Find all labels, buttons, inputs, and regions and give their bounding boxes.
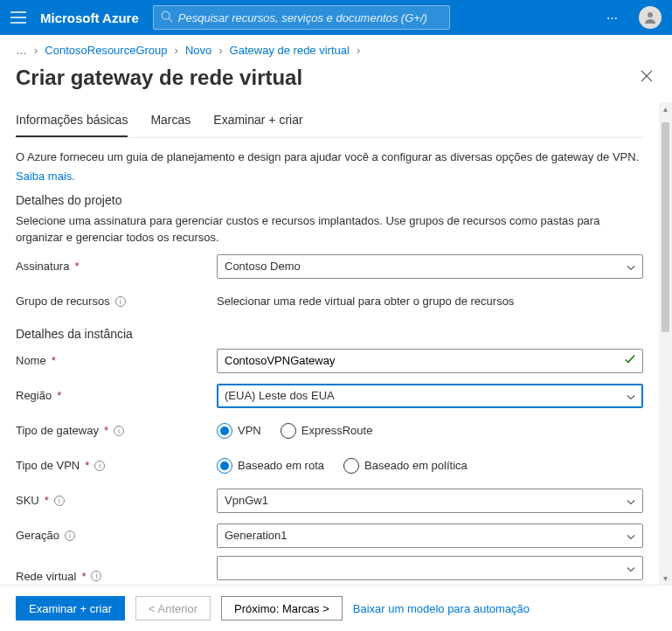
- scroll-up-icon[interactable]: ▴: [663, 104, 668, 114]
- chevron-right-icon: ›: [357, 44, 360, 57]
- more-icon[interactable]: ⋯: [606, 11, 625, 24]
- breadcrumb-item[interactable]: Novo: [185, 44, 211, 57]
- generation-select[interactable]: Generation1: [217, 524, 643, 548]
- subscription-label: Assinatura: [16, 260, 69, 273]
- region-label: Região: [16, 389, 52, 402]
- top-header: Microsoft Azure ⋯: [0, 0, 672, 35]
- breadcrumb-item[interactable]: ContosoResourceGroup: [45, 44, 167, 57]
- sku-label: SKU: [16, 494, 39, 507]
- menu-icon[interactable]: [10, 11, 26, 24]
- search-input[interactable]: [178, 11, 442, 24]
- page-title: Criar gateway de rede virtual: [16, 66, 302, 90]
- region-select[interactable]: (EUA) Leste dos EUA: [217, 384, 643, 408]
- breadcrumb-dots[interactable]: …: [16, 44, 27, 57]
- info-icon[interactable]: i: [54, 496, 65, 506]
- chevron-down-icon: [627, 561, 635, 574]
- chevron-right-icon: ›: [34, 44, 38, 57]
- intro-text: O Azure forneceu um guia de planejamento…: [16, 149, 643, 166]
- tab-tags[interactable]: Marcas: [150, 107, 191, 137]
- chevron-down-icon: [627, 529, 635, 542]
- section-project: Detalhes do projeto: [16, 193, 643, 207]
- brand-label[interactable]: Microsoft Azure: [40, 10, 139, 25]
- scrollbar[interactable]: ▴ ▾: [659, 102, 672, 585]
- info-icon[interactable]: i: [91, 571, 101, 581]
- sku-select[interactable]: VpnGw1: [217, 489, 643, 513]
- search-icon: [161, 10, 173, 25]
- svg-point-0: [162, 11, 170, 19]
- subscription-select[interactable]: Contoso Demo: [217, 254, 643, 279]
- download-template-link[interactable]: Baixar um modelo para automação: [353, 602, 530, 615]
- footer-bar: Examinar + criar < Anterior Próximo: Mar…: [0, 585, 672, 631]
- resource-group-value: Selecionar uma rede virtual para obter o…: [217, 295, 514, 308]
- gateway-type-label: Tipo de gateway: [16, 424, 99, 437]
- tab-review[interactable]: Examinar + criar: [213, 107, 302, 137]
- scroll-thumb[interactable]: [662, 122, 669, 332]
- vnet-select[interactable]: [217, 556, 643, 580]
- info-icon[interactable]: i: [65, 530, 75, 541]
- info-icon[interactable]: i: [115, 296, 126, 307]
- name-label: Nome: [16, 354, 46, 367]
- required-mark: *: [74, 260, 79, 273]
- radio-route-based[interactable]: Baseado em rota: [217, 458, 324, 474]
- vnet-label: Rede virtual: [16, 570, 76, 583]
- breadcrumb: … › ContosoResourceGroup › Novo › Gatewa…: [0, 35, 672, 66]
- previous-button: < Anterior: [135, 596, 211, 621]
- chevron-right-icon: ›: [218, 44, 222, 57]
- radio-vpn[interactable]: VPN: [217, 423, 261, 439]
- tab-basics[interactable]: Informações básicas: [16, 107, 128, 137]
- breadcrumb-item[interactable]: Gateway de rede virtual: [230, 44, 350, 57]
- radio-expressroute[interactable]: ExpressRoute: [281, 423, 373, 439]
- svg-line-1: [169, 18, 172, 22]
- scroll-down-icon[interactable]: ▾: [663, 573, 668, 583]
- main-panel: Informações básicas Marcas Examinar + cr…: [0, 102, 659, 585]
- resource-group-label: Grupo de recursos: [16, 295, 110, 308]
- name-input[interactable]: [225, 354, 620, 367]
- review-create-button[interactable]: Examinar + criar: [16, 596, 125, 621]
- avatar[interactable]: [639, 6, 662, 29]
- tab-bar: Informações básicas Marcas Examinar + cr…: [16, 107, 643, 138]
- info-icon[interactable]: i: [114, 426, 124, 436]
- radio-policy-based[interactable]: Baseado em política: [343, 458, 468, 474]
- info-icon[interactable]: i: [94, 461, 105, 471]
- learn-more-link[interactable]: Saiba mais.: [16, 170, 75, 183]
- close-icon[interactable]: [641, 70, 656, 86]
- chevron-down-icon: [627, 260, 635, 273]
- chevron-down-icon: [627, 494, 635, 507]
- vpn-type-label: Tipo de VPN: [16, 459, 80, 472]
- project-desc: Selecione uma assinatura para gerenciar …: [16, 212, 643, 246]
- chevron-down-icon: [627, 389, 635, 402]
- chevron-right-icon: ›: [175, 44, 178, 57]
- search-box[interactable]: [153, 5, 450, 30]
- check-icon: [625, 354, 635, 367]
- svg-point-2: [648, 12, 653, 17]
- section-instance: Detalhes da instância: [16, 327, 643, 341]
- name-input-wrap: [217, 349, 643, 373]
- generation-label: Geração: [16, 529, 59, 542]
- next-button[interactable]: Próximo: Marcas >: [221, 596, 343, 621]
